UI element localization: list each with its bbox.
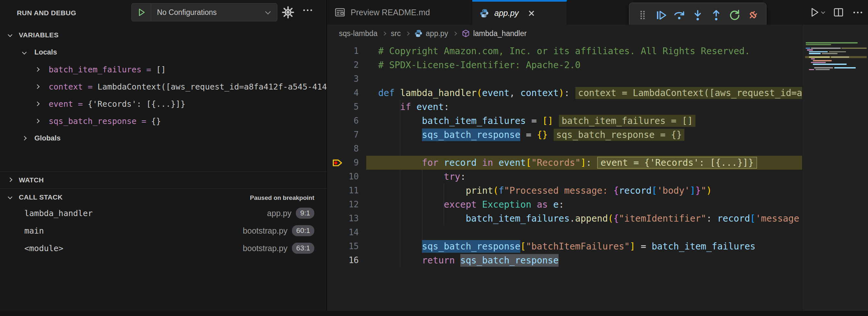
breadcrumb-symbol[interactable]: lambda_handler (473, 29, 527, 38)
run-dropdown-chevron-icon[interactable] (821, 10, 825, 14)
code-line[interactable]: 13 batch_item_failures.append({"itemIden… (327, 212, 802, 225)
continue-icon[interactable] (654, 8, 668, 22)
code-line[interactable]: 9 for record in event["Records"]:event =… (327, 156, 802, 170)
split-editor-icon[interactable] (833, 7, 844, 18)
code-line[interactable]: 7 sqs_batch_response = {}sqs_batch_respo… (327, 128, 802, 142)
line-number[interactable]: 7 (327, 128, 359, 142)
line-number[interactable]: 12 (327, 197, 359, 212)
call-stack-section-header[interactable]: CALL STACK Paused on breakpoint (0, 189, 327, 206)
line-number[interactable]: 13 (327, 212, 359, 225)
line-number[interactable]: 8 (327, 142, 359, 156)
minimap-line (815, 69, 830, 70)
start-debug-icon[interactable] (132, 4, 151, 21)
run-file-button[interactable] (809, 6, 825, 18)
code-line[interactable]: 10 try: (327, 170, 802, 184)
step-out-icon[interactable] (709, 8, 723, 22)
disconnect-icon[interactable] (746, 8, 760, 22)
code-line[interactable]: 1# Copyright Amazon.com, Inc. or its aff… (327, 44, 802, 58)
variable-row[interactable]: batch_item_failures = [] (0, 62, 327, 77)
debug-config-label[interactable]: No Configurations (151, 8, 266, 17)
tab-app-py[interactable]: app.py (472, 0, 567, 25)
watch-section-header[interactable]: WATCH (0, 172, 327, 189)
code-token: def (378, 88, 395, 98)
step-over-icon[interactable] (672, 8, 686, 22)
line-number[interactable]: 5 (327, 100, 359, 114)
variable-name-value: event = {'Records': [{...}]} (49, 99, 185, 109)
code-line-content[interactable]: sqs_batch_response["batchItemFailures"] … (378, 240, 755, 253)
code-line-content[interactable]: # Copyright Amazon.com, Inc. or its affi… (378, 44, 750, 58)
tab-preview-readme[interactable]: Preview README.md (327, 0, 472, 25)
stack-frame-row[interactable]: lambda_handlerapp.py9:1 (0, 206, 327, 221)
code-token: batch_item_failures (466, 213, 569, 224)
line-number[interactable]: 1 (327, 44, 359, 58)
line-number[interactable]: 6 (327, 114, 359, 128)
close-icon[interactable] (527, 9, 535, 18)
step-into-icon[interactable] (690, 8, 705, 22)
gear-icon[interactable] (282, 6, 294, 19)
variables-section-header[interactable]: VARIABLES (0, 27, 327, 43)
more-actions-icon[interactable] (852, 7, 864, 18)
code-line[interactable]: 4def lambda_handler(event, context):cont… (327, 86, 802, 100)
breadcrumb-file[interactable]: app.py (426, 29, 448, 38)
variables-scope-row[interactable]: Globals (0, 131, 327, 146)
minimap[interactable] (805, 42, 867, 74)
minimap-line (841, 48, 867, 49)
line-number[interactable]: 14 (327, 225, 359, 240)
minimap-line (806, 44, 831, 45)
stack-frame-row[interactable]: <module>bootstrap.py63:1 (0, 241, 327, 256)
line-number[interactable]: 10 (327, 170, 359, 184)
line-number[interactable]: 3 (327, 72, 359, 86)
chevron-right-icon (382, 31, 386, 36)
code-line[interactable]: 11 print(f"Processed message: {record['b… (327, 184, 802, 197)
line-number[interactable]: 15 (327, 240, 359, 253)
code-line[interactable]: 5 if event: (327, 100, 802, 114)
debug-config-dropdown[interactable]: No Configurations (131, 3, 277, 22)
code-line-content[interactable]: print(f"Processed message: {record['body… (378, 184, 712, 197)
code-token: # SPDX-License-Identifier: Apache-2.0 (378, 60, 581, 70)
code-editor[interactable]: 1# Copyright Amazon.com, Inc. or its aff… (327, 43, 802, 311)
vscode-window: RUN AND DEBUG No Configurations (0, 0, 868, 316)
line-number[interactable]: 4 (327, 86, 359, 100)
code-line[interactable]: 14 (327, 225, 802, 240)
variables-scope-row[interactable]: Locals (0, 45, 327, 60)
line-number[interactable]: 11 (327, 184, 359, 197)
code-line-content[interactable]: if event: (378, 100, 449, 114)
inline-debug-value-boxed: event = {'Records': [{...}]} (597, 157, 757, 169)
tab-label: Preview README.md (351, 8, 430, 17)
code-line-content[interactable]: try: (378, 170, 466, 184)
code-line[interactable]: 15 sqs_batch_response["batchItemFailures… (327, 240, 802, 253)
code-line[interactable]: 8 (327, 142, 802, 156)
variable-row[interactable]: sqs_batch_response = {} (0, 114, 327, 129)
code-line-content[interactable]: sqs_batch_response = {}sqs_batch_respons… (378, 128, 684, 142)
code-token: lambda_handler (400, 88, 476, 98)
code-line[interactable]: 16 return sqs_batch_response (327, 253, 802, 267)
stack-frame-row[interactable]: mainbootstrap.py60:1 (0, 223, 327, 239)
restart-icon[interactable] (727, 8, 742, 22)
drag-handle-icon[interactable] (636, 8, 650, 22)
code-line-content[interactable]: batch_item_failures.append({"itemIdentif… (378, 212, 799, 225)
code-line-content[interactable]: except Exception as e: (378, 197, 564, 212)
line-number[interactable]: 2 (327, 58, 359, 72)
variable-row[interactable]: context = LambdaContext([aws_request_id=… (0, 79, 327, 95)
breadcrumb-folder[interactable]: sqs-lambda (339, 29, 378, 38)
code-line-content[interactable]: def lambda_handler(event, context):conte… (378, 86, 802, 100)
code-token (378, 213, 466, 224)
code-line-content[interactable]: return sqs_batch_response (378, 253, 559, 267)
variable-row[interactable]: event = {'Records': [{...}]} (0, 96, 327, 112)
breadcrumb-folder[interactable]: src (391, 29, 401, 38)
code-line[interactable]: 2# SPDX-License-Identifier: Apache-2.0 (327, 58, 802, 72)
line-number[interactable]: 16 (327, 253, 359, 267)
code-line[interactable]: 6 batch_item_failures = []batch_item_fai… (327, 114, 802, 128)
code-line-content[interactable]: # SPDX-License-Identifier: Apache-2.0 (378, 58, 581, 72)
code-token: except (444, 199, 476, 210)
code-line-content[interactable]: for record in event["Records"]:event = {… (378, 156, 757, 170)
line-number[interactable]: 9 (327, 156, 359, 170)
code-token: Exception (482, 199, 531, 210)
python-icon (414, 29, 423, 38)
code-line[interactable]: 3 (327, 72, 802, 86)
inline-debug-value: sqs_batch_response = {} (554, 129, 685, 141)
code-token: event (499, 157, 526, 168)
code-line[interactable]: 12 except Exception as e: (327, 197, 802, 212)
frame-line-badge: 63:1 (292, 243, 314, 254)
code-line-content[interactable]: batch_item_failures = []batch_item_failu… (378, 114, 695, 128)
